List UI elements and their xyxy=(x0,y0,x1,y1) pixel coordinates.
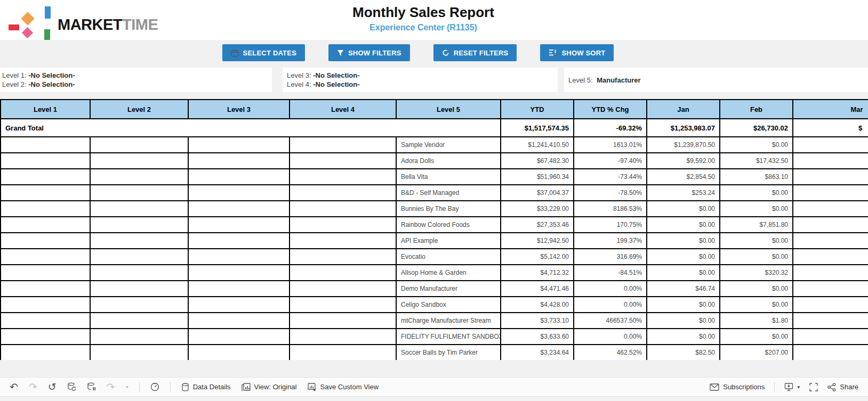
col-header-level3[interactable]: Level 3 xyxy=(188,100,290,119)
vendor-cell[interactable]: Allsop Home & Garden xyxy=(396,265,501,281)
level-cell[interactable] xyxy=(188,313,290,329)
level-cell[interactable] xyxy=(1,169,90,185)
value-cell[interactable]: $0.00 xyxy=(647,313,720,329)
value-cell[interactable]: $0.00 xyxy=(720,233,793,249)
value-cell[interactable]: 170.75% xyxy=(574,217,647,233)
level-cell[interactable] xyxy=(90,249,188,265)
value-cell[interactable]: $1,239,870.50 xyxy=(647,137,720,153)
grand-total-label[interactable]: Grand Total xyxy=(1,119,501,137)
value-cell[interactable] xyxy=(793,169,868,185)
show-filters-button[interactable]: SHOW FILTERS xyxy=(328,44,410,61)
value-cell[interactable] xyxy=(793,313,868,329)
value-cell[interactable]: $33,229.00 xyxy=(501,201,574,217)
value-cell[interactable]: $0.00 xyxy=(720,249,793,265)
value-cell[interactable]: $0.00 xyxy=(647,233,720,249)
reset-filters-button[interactable]: RESET FILTERS xyxy=(433,44,517,61)
vendor-cell[interactable]: Soccer Balls by Tim Parker xyxy=(396,345,501,360)
level-cell[interactable] xyxy=(1,297,90,313)
value-cell[interactable]: $2,854.50 xyxy=(647,169,720,185)
pause-updates-icon[interactable] xyxy=(87,382,96,391)
level-cell[interactable] xyxy=(90,185,188,201)
grand-total-jan[interactable]: $1,253,983.07 xyxy=(647,119,720,137)
value-cell[interactable]: $3,234.64 xyxy=(501,345,574,360)
value-cell[interactable] xyxy=(793,297,868,313)
fullscreen-icon[interactable] xyxy=(809,383,818,391)
col-header-level5[interactable]: Level 5 xyxy=(396,100,501,119)
level-cell[interactable] xyxy=(188,137,290,153)
value-cell[interactable]: 0.00% xyxy=(574,329,647,345)
level-cell[interactable] xyxy=(290,297,396,313)
value-cell[interactable]: $253.24 xyxy=(647,185,720,201)
level-cell[interactable] xyxy=(1,137,90,153)
value-cell[interactable]: 0.00% xyxy=(574,281,647,297)
col-header-feb[interactable]: Feb xyxy=(720,100,793,119)
forward-icon[interactable]: ↷ xyxy=(107,382,115,392)
value-cell[interactable] xyxy=(793,153,868,169)
view-original-button[interactable]: View: Original xyxy=(242,383,297,391)
caret-down-icon[interactable]: ▾ xyxy=(126,384,128,390)
revert-icon[interactable]: ↺ xyxy=(48,382,57,392)
value-cell[interactable]: 316.69% xyxy=(574,249,647,265)
level-cell[interactable] xyxy=(90,217,188,233)
sales-table-container[interactable]: Level 1 Level 2 Level 3 Level 4 Level 5 … xyxy=(0,99,868,360)
level-cell[interactable] xyxy=(188,329,290,345)
subscriptions-button[interactable]: Subscriptions xyxy=(710,383,765,391)
value-cell[interactable] xyxy=(793,329,868,345)
value-cell[interactable]: $0.00 xyxy=(720,137,793,153)
level-cell[interactable] xyxy=(90,329,188,345)
undo-icon[interactable]: ↶ xyxy=(10,382,18,392)
vendor-cell[interactable]: mtCharge Manufacturer Stream xyxy=(396,313,501,329)
value-cell[interactable] xyxy=(793,137,868,153)
gauge-icon[interactable] xyxy=(150,382,159,391)
level-cell[interactable] xyxy=(1,185,90,201)
value-cell[interactable] xyxy=(793,217,868,233)
level-cell[interactable] xyxy=(188,249,290,265)
download-button[interactable]: ▾ xyxy=(784,383,800,391)
level-cell[interactable] xyxy=(1,233,90,249)
value-cell[interactable]: -73.44% xyxy=(574,169,647,185)
level-cell[interactable] xyxy=(290,153,396,169)
value-cell[interactable]: $5,142.00 xyxy=(501,249,574,265)
vendor-cell[interactable]: Sample Vendor xyxy=(396,137,501,153)
redo-icon[interactable]: ↷ xyxy=(29,382,37,392)
value-cell[interactable]: 199.37% xyxy=(574,233,647,249)
vendor-cell[interactable]: API Example xyxy=(396,233,501,249)
share-button[interactable]: Share xyxy=(827,383,858,391)
data-details-button[interactable]: Data Details xyxy=(181,383,231,391)
value-cell[interactable] xyxy=(793,233,868,249)
value-cell[interactable]: 466537.50% xyxy=(574,313,647,329)
value-cell[interactable]: $46.74 xyxy=(647,281,720,297)
value-cell[interactable]: $9,592.00 xyxy=(647,153,720,169)
col-header-jan[interactable]: Jan xyxy=(647,100,720,119)
level-cell[interactable] xyxy=(188,169,290,185)
col-header-ytd-pct[interactable]: YTD % Chg xyxy=(574,100,647,119)
level-cell[interactable] xyxy=(1,313,90,329)
value-cell[interactable]: $0.00 xyxy=(647,249,720,265)
value-cell[interactable]: $0.00 xyxy=(647,329,720,345)
level-cell[interactable] xyxy=(90,313,188,329)
value-cell[interactable]: -97.40% xyxy=(574,153,647,169)
level-cell[interactable] xyxy=(90,265,188,281)
level-cell[interactable] xyxy=(290,217,396,233)
value-cell[interactable]: $51,960.34 xyxy=(501,169,574,185)
value-cell[interactable]: 0.00% xyxy=(574,297,647,313)
level-cell[interactable] xyxy=(1,201,90,217)
level-cell[interactable] xyxy=(290,345,396,360)
value-cell[interactable] xyxy=(793,265,868,281)
value-cell[interactable]: $17,432.50 xyxy=(720,153,793,169)
vendor-cell[interactable]: Adora Dolls xyxy=(396,153,501,169)
value-cell[interactable]: -84.51% xyxy=(574,265,647,281)
col-header-level2[interactable]: Level 2 xyxy=(90,100,188,119)
value-cell[interactable]: $0.00 xyxy=(720,329,793,345)
col-header-level4[interactable]: Level 4 xyxy=(290,100,396,119)
grand-total-ytd-pct[interactable]: -69.32% xyxy=(574,119,647,137)
level-cell[interactable] xyxy=(290,329,396,345)
level-cell[interactable] xyxy=(188,217,290,233)
value-cell[interactable]: $0.00 xyxy=(720,201,793,217)
grand-total-ytd[interactable]: $1,517,574.35 xyxy=(501,119,574,137)
value-cell[interactable]: $320.32 xyxy=(720,265,793,281)
value-cell[interactable]: $7,851.80 xyxy=(720,217,793,233)
grand-total-mar[interactable]: $ xyxy=(793,119,868,137)
level-cell[interactable] xyxy=(188,281,290,297)
level-cell[interactable] xyxy=(188,153,290,169)
